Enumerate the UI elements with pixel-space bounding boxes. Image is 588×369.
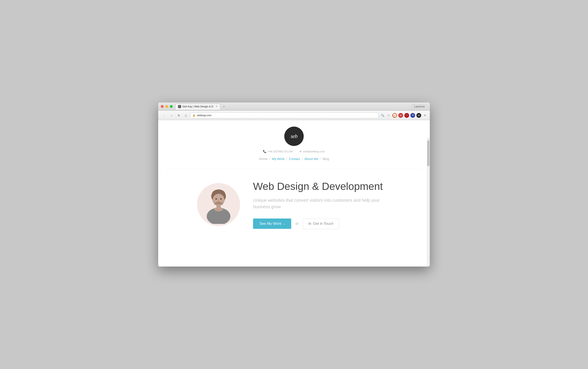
- hero-title: Web Design & Development: [253, 180, 391, 193]
- email-address: seb@sebkay.com: [303, 150, 325, 153]
- shield-icon[interactable]: 🛡: [404, 113, 409, 118]
- tab-bar: S Seb Kay | Web Design & D ✕ +: [175, 104, 427, 110]
- or-text: or: [295, 222, 299, 226]
- phone-icon: 📞: [263, 150, 266, 153]
- minimize-button[interactable]: [165, 105, 168, 108]
- home-button[interactable]: ⌂: [183, 113, 188, 118]
- nav-about[interactable]: About Me: [303, 157, 320, 161]
- hero-section: Web Design & Development Unique websites…: [197, 176, 391, 233]
- nav-home[interactable]: Home: [257, 157, 269, 161]
- arrow-icon: ›: [284, 222, 285, 226]
- email-info: ✉ seb@sebkay.com: [299, 150, 325, 153]
- see-my-work-button[interactable]: See My Work ›: [253, 219, 291, 229]
- see-my-work-label: See My Work: [260, 221, 282, 226]
- site-logo[interactable]: seb: [284, 127, 304, 146]
- address-lock-icon: 🔒: [192, 114, 196, 117]
- get-in-touch-label: Get in Touch: [313, 221, 334, 226]
- browser-window: S Seb Kay | Web Design & D ✕ + Laurence …: [158, 102, 430, 267]
- tab-favicon: S: [178, 105, 181, 108]
- refresh-button[interactable]: ↻: [176, 113, 181, 118]
- phone-number: +44 (0)7568 331194: [267, 150, 293, 153]
- get-in-touch-button[interactable]: ✉ Get in Touch: [303, 219, 339, 229]
- envelope-icon[interactable]: ✉: [410, 113, 415, 118]
- avatar-image: [199, 185, 238, 224]
- active-tab[interactable]: S Seb Kay | Web Design & D ✕: [175, 104, 220, 110]
- search-icon[interactable]: 🔍: [380, 113, 385, 118]
- svg-point-6: [216, 198, 217, 199]
- address-bar[interactable]: 🔒 sebkay.com: [190, 112, 378, 119]
- tab-title: Seb Kay | Web Design & D: [182, 105, 213, 108]
- window-controls: [161, 105, 173, 108]
- envelope-icon-2: ✉: [308, 221, 311, 226]
- site-nav: Home / My Work / Contact / About Me / Bl…: [257, 157, 331, 161]
- scrollbar-track[interactable]: [427, 138, 430, 267]
- bookmark-icon[interactable]: ☆: [386, 113, 391, 118]
- svg-point-13: [214, 207, 223, 211]
- address-text: sebkay.com: [197, 114, 211, 117]
- new-tab-button[interactable]: +: [221, 104, 226, 109]
- menu-icon[interactable]: ≡: [422, 113, 427, 118]
- phone-info: 📞 +44 (0)7568 331194: [263, 150, 293, 153]
- toolbar-icons: 🔍 ☆ 📈 M 🛡 ✉ M ≡: [380, 113, 427, 118]
- hero-text: Web Design & Development Unique websites…: [253, 180, 391, 229]
- site-header: seb 📞 +44 (0)7568 331194 ✉ seb@sebkay.co…: [167, 127, 421, 165]
- forward-button[interactable]: ›: [168, 112, 175, 119]
- svg-point-7: [220, 198, 222, 199]
- mail-icon-1[interactable]: M: [398, 113, 403, 118]
- nav-contact[interactable]: Contact: [287, 157, 302, 161]
- svg-point-8: [218, 201, 219, 201]
- logo-text: seb: [291, 133, 297, 140]
- maximize-button[interactable]: [170, 105, 173, 108]
- analytics-icon[interactable]: 📈: [392, 113, 397, 118]
- header-divider: [167, 169, 421, 170]
- page-content: seb 📞 +44 (0)7568 331194 ✉ seb@sebkay.co…: [158, 120, 430, 267]
- scrollbar-thumb[interactable]: [427, 140, 429, 166]
- avatar: [197, 183, 240, 226]
- back-button[interactable]: ‹: [161, 112, 167, 119]
- contact-info: 📞 +44 (0)7568 331194 ✉ seb@sebkay.com: [263, 150, 325, 153]
- nav-my-work[interactable]: My Work: [270, 157, 286, 161]
- nav-blog[interactable]: Blog: [321, 157, 331, 161]
- user-label: Laurence: [412, 104, 427, 109]
- cta-row: See My Work › or ✉ Get in Touch: [253, 219, 391, 229]
- close-button[interactable]: [161, 105, 164, 108]
- mail-icon-2[interactable]: M: [416, 113, 421, 118]
- hero-subtitle: Unique websites that convert visitors in…: [253, 197, 391, 210]
- toolbar: ‹ › ↻ ⌂ 🔒 sebkay.com 🔍 ☆ 📈 M 🛡 ✉ M ≡: [158, 111, 430, 120]
- tab-close-button[interactable]: ✕: [216, 105, 218, 108]
- email-icon: ✉: [299, 150, 302, 153]
- title-bar: S Seb Kay | Web Design & D ✕ + Laurence: [158, 102, 430, 111]
